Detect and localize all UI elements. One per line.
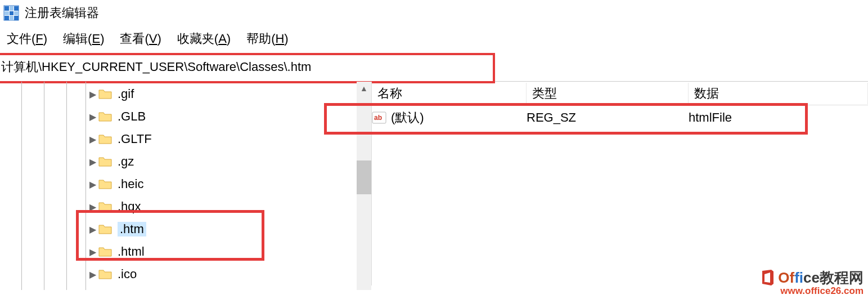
tree-scrollbar[interactable]: ▲ (357, 82, 371, 290)
watermark-url: www.office26.com (759, 286, 863, 297)
folder-icon (98, 133, 112, 145)
tree-item-gz[interactable]: ▶ .gz (0, 150, 371, 173)
watermark: Office教程网 www.office26.com (759, 269, 863, 297)
column-headers: 名称 类型 数据 (372, 82, 868, 105)
expander-icon[interactable]: ▶ (87, 89, 98, 100)
svg-rect-3 (14, 6, 19, 11)
menubar: 文件(F) 编辑(E) 查看(V) 收藏夹(A) 帮助(H) (0, 26, 868, 53)
expander-icon[interactable]: ▶ (87, 247, 98, 257)
tree-item-hqx[interactable]: ▶ .hqx (0, 195, 371, 218)
tree-label: .GLTF (118, 132, 152, 146)
value-data: htmlFile (689, 110, 868, 125)
indent (0, 240, 87, 263)
tree-label: .GLB (118, 109, 146, 124)
svg-rect-8 (10, 16, 14, 20)
tree-label: .html (118, 244, 145, 259)
menu-help[interactable]: 帮助(H) (246, 30, 289, 47)
svg-rect-6 (14, 11, 19, 15)
address-bar[interactable]: 计算机\HKEY_CURRENT_USER\Software\Classes\.… (0, 53, 495, 83)
indent (0, 218, 87, 240)
expander-icon[interactable]: ▶ (87, 224, 98, 235)
tree-label: .ico (118, 267, 137, 282)
address-text: 计算机\HKEY_CURRENT_USER\Software\Classes\.… (1, 59, 487, 75)
indent (0, 173, 87, 195)
svg-rect-1 (5, 6, 9, 11)
svg-rect-5 (10, 11, 14, 15)
indent (0, 105, 87, 128)
folder-icon (98, 156, 112, 167)
regedit-icon (3, 5, 19, 21)
svg-text:ab: ab (374, 114, 382, 122)
folder-icon (98, 269, 112, 280)
svg-rect-2 (10, 6, 14, 11)
tree-list: ▶ .gif ▶ .GLB ▶ .GLTF ▶ .gz (0, 82, 371, 285)
menu-favorites[interactable]: 收藏夹(A) (177, 30, 231, 47)
titlebar: 注册表编辑器 (0, 0, 868, 26)
value-type: REG_SZ (527, 110, 689, 125)
col-header-name[interactable]: 名称 (372, 83, 527, 104)
folder-icon (98, 246, 112, 257)
folder-icon (98, 201, 112, 212)
folder-icon (98, 224, 112, 235)
tree-label: .gif (118, 87, 134, 101)
expander-icon[interactable]: ▶ (87, 269, 98, 280)
folder-icon (98, 178, 112, 190)
tree-label: .gz (118, 154, 134, 169)
scroll-thumb[interactable] (357, 160, 371, 194)
app-title: 注册表编辑器 (25, 5, 99, 21)
expander-icon[interactable]: ▶ (87, 179, 98, 190)
scroll-up-icon[interactable]: ▲ (357, 82, 371, 95)
tree-label: .hqx (118, 199, 141, 214)
values-pane: 名称 类型 数据 ab (默认) REG_SZ htmlFile (371, 82, 868, 285)
tree-item-html[interactable]: ▶ .html (0, 240, 371, 263)
content: ▶ .gif ▶ .GLB ▶ .GLTF ▶ .gz (0, 82, 868, 285)
tree-item-htm[interactable]: ▶ .htm (0, 218, 371, 240)
svg-rect-9 (14, 16, 19, 20)
menu-file[interactable]: 文件(F) (7, 30, 47, 47)
tree-label: .htm (118, 222, 146, 236)
tree-item-gltf[interactable]: ▶ .GLTF (0, 128, 371, 150)
indent (0, 128, 87, 150)
indent (0, 195, 87, 218)
tree-label: .heic (118, 177, 143, 191)
value-row[interactable]: ab (默认) REG_SZ htmlFile (372, 105, 868, 130)
svg-rect-4 (5, 11, 9, 15)
expander-icon[interactable]: ▶ (87, 111, 98, 122)
tree-item-ico[interactable]: ▶ .ico (0, 263, 371, 285)
col-header-data[interactable]: 数据 (689, 83, 868, 104)
menu-edit[interactable]: 编辑(E) (63, 30, 104, 47)
office-logo-icon (759, 269, 776, 286)
col-header-type[interactable]: 类型 (527, 83, 689, 104)
tree-item-gif[interactable]: ▶ .gif (0, 83, 371, 105)
menu-view[interactable]: 查看(V) (120, 30, 161, 47)
folder-icon (98, 111, 112, 122)
expander-icon[interactable]: ▶ (87, 157, 98, 167)
string-value-icon: ab (372, 110, 386, 125)
tree-item-glb[interactable]: ▶ .GLB (0, 105, 371, 128)
indent (0, 150, 87, 173)
tree-item-heic[interactable]: ▶ .heic (0, 173, 371, 195)
expander-icon[interactable]: ▶ (87, 202, 98, 212)
expander-icon[interactable]: ▶ (87, 134, 98, 145)
value-name: (默认) (391, 109, 424, 126)
folder-icon (98, 88, 112, 100)
indent (0, 263, 87, 285)
tree-pane: ▶ .gif ▶ .GLB ▶ .GLTF ▶ .gz (0, 82, 371, 285)
indent (0, 83, 87, 105)
svg-rect-7 (5, 16, 9, 20)
